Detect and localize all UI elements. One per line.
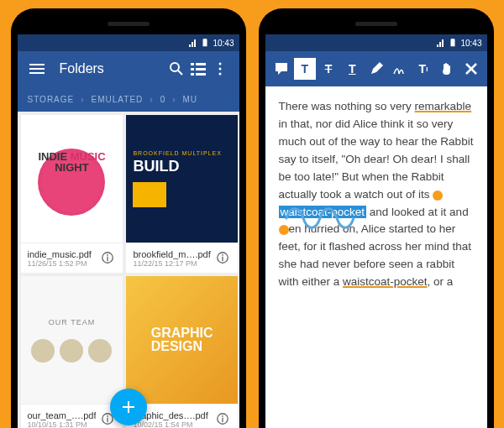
file-date: 10/02/15 1:54 PM bbox=[133, 420, 210, 429]
info-icon bbox=[216, 251, 229, 264]
highlight-tool[interactable]: T bbox=[294, 58, 316, 80]
file-date: 11/26/15 1:52 PM bbox=[28, 259, 97, 268]
file-meta: our_team_….pdf10/10/15 1:31 PM bbox=[21, 404, 123, 428]
file-meta: brookfield_m….pdf11/22/15 12:17 PM bbox=[126, 243, 237, 273]
info-icon bbox=[216, 412, 229, 425]
phone-speaker bbox=[355, 22, 397, 26]
signal-icon bbox=[189, 39, 197, 47]
search-icon bbox=[169, 61, 184, 76]
close-icon bbox=[465, 62, 478, 76]
svg-point-1 bbox=[218, 63, 221, 65]
hand-icon bbox=[440, 62, 454, 76]
breadcrumb-item[interactable]: EMULATED bbox=[92, 95, 144, 104]
more-vert-icon bbox=[213, 61, 228, 76]
status-bar: 10:43 bbox=[265, 34, 487, 51]
file-thumbnail: OUR TEAM bbox=[21, 276, 123, 404]
file-date: 10/10/15 1:31 PM bbox=[28, 420, 97, 429]
document-text[interactable]: There was nothing so very remarkable in … bbox=[265, 86, 487, 428]
file-card[interactable]: INDIE MUSICNIGHT indie_music.pdf11/26/15… bbox=[21, 115, 123, 273]
view-button[interactable] bbox=[187, 61, 209, 76]
ink-dot bbox=[279, 225, 289, 235]
pan-tool[interactable] bbox=[436, 58, 458, 80]
annotation-toolbar: T T T TI bbox=[265, 51, 487, 86]
file-thumbnail: INDIE MUSICNIGHT bbox=[21, 115, 123, 243]
avatar bbox=[88, 339, 112, 363]
menu-button[interactable] bbox=[26, 61, 48, 76]
app-title: Folders bbox=[60, 61, 165, 76]
breadcrumb-item[interactable]: STORAGE bbox=[28, 95, 75, 104]
status-time: 10:43 bbox=[213, 39, 234, 48]
screen-left: 10:43 Folders STORAGE› EMULATED› 0› MU I… bbox=[18, 34, 239, 428]
file-thumbnail: GRAPHICDESIGN bbox=[126, 276, 237, 404]
underline-tool[interactable]: T bbox=[341, 58, 363, 80]
phone-left: 10:43 Folders STORAGE› EMULATED› 0› MU I… bbox=[11, 8, 246, 428]
screen-right: 10:43 T T T TI There was nothing so very… bbox=[265, 34, 487, 428]
breadcrumb[interactable]: STORAGE› EMULATED› 0› MU bbox=[18, 86, 239, 112]
battery-icon bbox=[201, 39, 209, 47]
pen-icon bbox=[370, 62, 383, 76]
info-icon bbox=[101, 251, 114, 264]
battery-icon bbox=[449, 39, 457, 47]
hamburger-icon bbox=[29, 61, 45, 76]
status-bar: 10:43 bbox=[18, 34, 239, 51]
ink-dot bbox=[433, 191, 443, 201]
phone-speaker bbox=[108, 22, 150, 26]
text-tool[interactable]: TI bbox=[412, 58, 434, 80]
breadcrumb-item[interactable]: MU bbox=[183, 95, 198, 104]
file-date: 11/22/15 12:17 PM bbox=[133, 259, 210, 268]
note-tool[interactable] bbox=[270, 58, 292, 80]
file-meta: indie_music.pdf11/26/15 1:52 PM bbox=[21, 243, 123, 273]
plus-icon bbox=[120, 399, 137, 415]
search-button[interactable] bbox=[165, 61, 187, 76]
file-grid: INDIE MUSICNIGHT indie_music.pdf11/26/15… bbox=[18, 112, 239, 428]
file-name: brookfield_m….pdf bbox=[133, 249, 210, 259]
file-thumbnail: BROOKFIELD MULTIPLEX BUILD bbox=[126, 115, 237, 243]
file-info-button[interactable] bbox=[216, 251, 231, 266]
svg-point-3 bbox=[218, 73, 221, 76]
pen-tool[interactable] bbox=[365, 58, 387, 80]
avatar bbox=[60, 339, 83, 363]
signature-icon bbox=[393, 62, 407, 76]
underlined-text: waistcoat-pocket bbox=[343, 275, 428, 288]
file-card[interactable]: OUR TEAM our_team_….pdf10/10/15 1:31 PM bbox=[21, 276, 123, 428]
svg-point-2 bbox=[218, 68, 221, 70]
file-info-button[interactable] bbox=[101, 251, 116, 266]
file-name: our_team_….pdf bbox=[28, 410, 97, 420]
close-button[interactable] bbox=[460, 58, 482, 80]
file-card[interactable]: BROOKFIELD MULTIPLEX BUILD brookfield_m…… bbox=[126, 115, 237, 273]
highlighted-text: waistcoat-pocket bbox=[279, 206, 367, 218]
breadcrumb-item[interactable]: 0 bbox=[160, 95, 166, 104]
svg-point-0 bbox=[171, 63, 179, 71]
signature-tool[interactable] bbox=[389, 58, 411, 80]
app-bar: Folders bbox=[18, 51, 239, 86]
signal-icon bbox=[437, 39, 445, 47]
fab-add-button[interactable] bbox=[110, 389, 147, 425]
avatar bbox=[31, 339, 55, 363]
status-time: 10:43 bbox=[460, 39, 481, 48]
file-name: indie_music.pdf bbox=[28, 249, 97, 259]
phone-right: 10:43 T T T TI There was nothing so very… bbox=[259, 8, 494, 428]
note-icon bbox=[275, 62, 288, 76]
overflow-button[interactable] bbox=[209, 61, 231, 76]
strikeout-tool[interactable]: T bbox=[318, 58, 339, 80]
underlined-text: remarkable bbox=[415, 100, 472, 112]
file-info-button[interactable] bbox=[216, 412, 231, 427]
list-icon bbox=[191, 61, 206, 76]
